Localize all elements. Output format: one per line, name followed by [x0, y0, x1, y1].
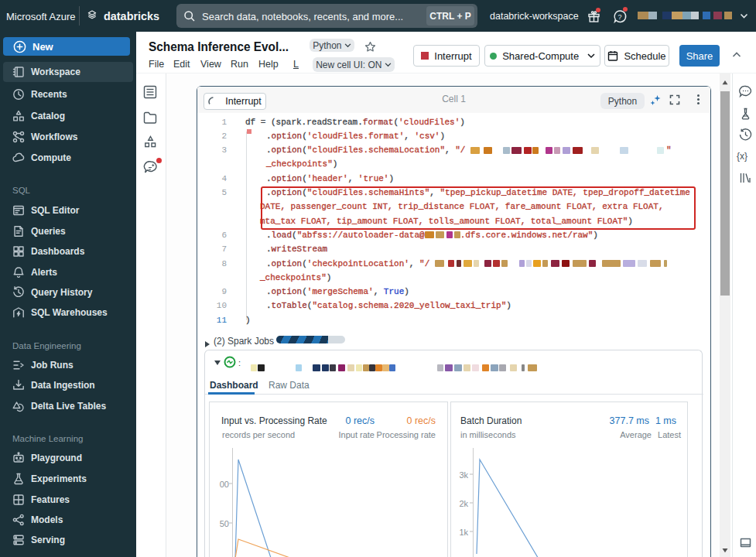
svg-text:?: ?: [617, 13, 621, 21]
